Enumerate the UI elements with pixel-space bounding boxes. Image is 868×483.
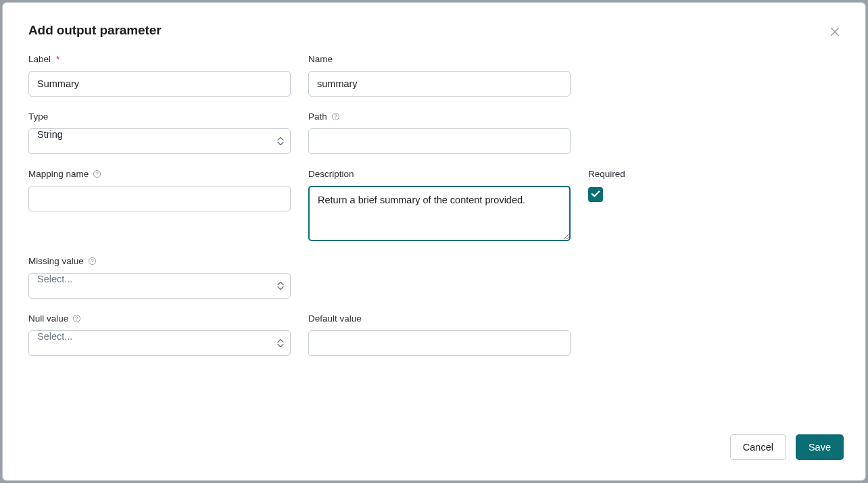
label-type: Type (28, 111, 291, 122)
label-missing-value: Missing value (28, 256, 291, 266)
modal-header: Add output parameter (28, 23, 844, 41)
label-input[interactable] (28, 71, 291, 97)
label-path-text: Path (308, 111, 327, 122)
field-default-value: Default value (308, 313, 571, 356)
label-default-value: Default value (308, 313, 571, 324)
svg-point-5 (97, 176, 97, 176)
path-input[interactable] (308, 128, 571, 154)
svg-point-3 (335, 118, 336, 119)
label-null-value: Null value (28, 313, 291, 324)
svg-point-9 (76, 320, 77, 321)
label-description: Description (308, 169, 571, 179)
field-required: Required (588, 169, 850, 202)
label-null-value-text: Null value (28, 313, 68, 324)
label-required: Required (588, 169, 850, 179)
modal-footer: Cancel Save (28, 434, 844, 460)
label-missing-value-text: Missing value (28, 256, 84, 266)
default-value-input[interactable] (308, 330, 571, 356)
missing-value-select[interactable]: Select... (28, 273, 291, 299)
label-path: Path (308, 111, 571, 122)
field-mapping-name: Mapping name (28, 169, 291, 211)
add-output-parameter-modal: Add output parameter Label* Name Type (3, 3, 865, 480)
help-icon (88, 257, 97, 265)
label-mapping-name: Mapping name (28, 169, 291, 179)
description-textarea[interactable] (308, 186, 571, 241)
type-select[interactable]: String (28, 128, 291, 154)
form-grid: Label* Name Type String Path (28, 54, 844, 356)
field-label: Label* (28, 54, 291, 97)
help-icon (331, 112, 340, 121)
check-icon (591, 188, 600, 201)
cancel-button[interactable]: Cancel (730, 434, 786, 460)
close-icon (829, 30, 841, 40)
label-name: Name (308, 54, 571, 64)
mapping-name-input[interactable] (28, 186, 291, 211)
label-mapping-name-text: Mapping name (28, 169, 89, 179)
modal-title: Add output parameter (28, 23, 161, 38)
label-label: Label* (28, 54, 291, 64)
field-description: Description (308, 169, 571, 241)
field-missing-value: Missing value Select... (28, 256, 291, 299)
close-button[interactable] (826, 23, 844, 41)
save-button[interactable]: Save (796, 434, 844, 460)
field-null-value: Null value Select... (28, 313, 291, 356)
field-type: Type String (28, 111, 291, 154)
svg-point-7 (92, 263, 93, 263)
field-path: Path (308, 111, 571, 154)
field-name: Name (308, 54, 571, 97)
help-icon (93, 170, 101, 178)
help-icon (72, 314, 81, 323)
name-input[interactable] (308, 71, 571, 97)
null-value-select[interactable]: Select... (28, 330, 291, 356)
required-checkbox[interactable] (588, 187, 603, 202)
label-label-text: Label (28, 54, 51, 64)
required-star: * (56, 54, 59, 64)
